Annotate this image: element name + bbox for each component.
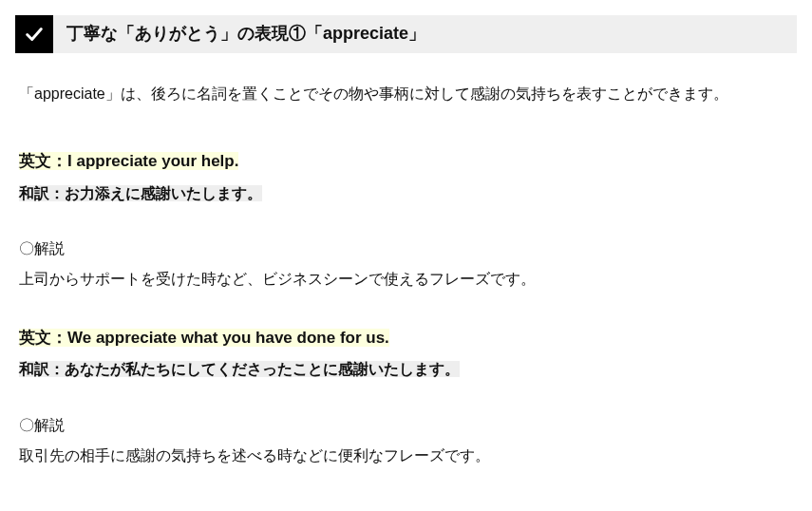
- english-text: I appreciate your help.: [67, 152, 238, 170]
- japanese-prefix: 和訳：: [19, 361, 65, 377]
- japanese-line: 和訳：お力添えに感謝いたします。: [19, 180, 797, 208]
- english-prefix: 英文：: [19, 329, 67, 347]
- english-line: 英文：We appreciate what you have done for …: [19, 323, 797, 353]
- english-prefix: 英文：: [19, 152, 67, 170]
- english-text: We appreciate what you have done for us.: [67, 329, 389, 347]
- intro-paragraph: 「appreciate」は、後ろに名詞を置くことでその物や事柄に対して感謝の気持…: [19, 80, 797, 108]
- section-heading: 丁寧な「ありがとう」の表現①「appreciate」: [15, 15, 797, 53]
- japanese-line: 和訳：あなたが私たちにしてくださったことに感謝いたします。: [19, 355, 797, 384]
- check-icon: [15, 15, 53, 53]
- phrase-entry: 英文：I appreciate your help. 和訳：お力添えに感謝いたし…: [19, 146, 797, 293]
- explain-label: 〇解説: [19, 235, 797, 263]
- english-line: 英文：I appreciate your help.: [19, 146, 797, 177]
- explain-text: 上司からサポートを受けた時など、ビジネスシーンで使えるフレーズです。: [19, 265, 797, 293]
- explain-text: 取引先の相手に感謝の気持ちを述べる時などに便利なフレーズです。: [19, 442, 797, 470]
- section-heading-text: 丁寧な「ありがとう」の表現①「appreciate」: [53, 15, 797, 53]
- japanese-prefix: 和訳：: [19, 185, 65, 201]
- japanese-text: お力添えに感謝いたします。: [65, 185, 262, 201]
- phrase-entry: 英文：We appreciate what you have done for …: [19, 323, 797, 470]
- japanese-text: あなたが私たちにしてくださったことに感謝いたします。: [65, 361, 460, 377]
- explain-label: 〇解説: [19, 411, 797, 440]
